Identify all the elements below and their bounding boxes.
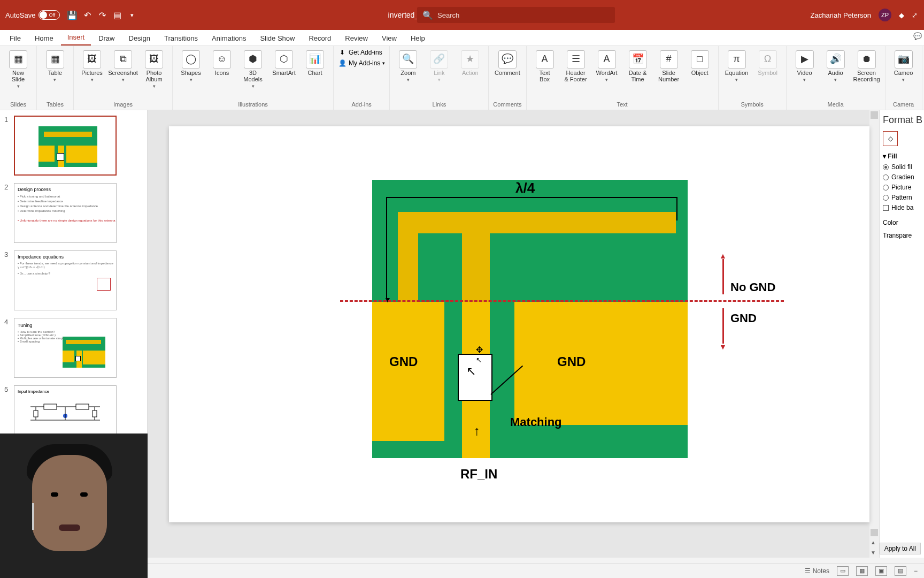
qat-more-icon[interactable]: ▾ xyxy=(127,10,137,20)
antenna-horizontal xyxy=(398,212,676,233)
slideshow-view-icon[interactable]: ▤ xyxy=(895,566,906,576)
slide-button[interactable]: #SlideNumber xyxy=(655,48,683,82)
notes-button[interactable]: ☰ Notes xyxy=(805,567,829,575)
chart-button[interactable]: 📊Chart xyxy=(301,48,329,76)
tab-file[interactable]: File xyxy=(3,31,27,45)
audio-button[interactable]: 🔊Audio▾ xyxy=(822,48,850,83)
fill-tab-icon[interactable]: ◇ xyxy=(883,131,898,146)
present-icon[interactable]: ▤ xyxy=(112,10,122,20)
tab-draw[interactable]: Draw xyxy=(92,31,121,45)
undo-icon[interactable]: ↶ xyxy=(82,10,92,20)
reading-view-icon[interactable]: ▣ xyxy=(875,566,887,576)
avatar[interactable]: ZP xyxy=(879,9,891,21)
fill-pattern[interactable]: Pattern xyxy=(883,194,921,201)
ribbon-group-tables: ▦Table▾Tables xyxy=(37,46,74,110)
fill-section-header[interactable]: ▾ Fill xyxy=(883,153,921,160)
ribbon: ▦NewSlide▾Slides▦Table▾Tables🖼Pictures▾⧉… xyxy=(0,46,924,110)
group-label: Tables xyxy=(47,100,64,109)
zoom-button[interactable]: 🔍Zoom▾ xyxy=(394,48,422,83)
fill-gradient[interactable]: Gradien xyxy=(883,173,921,181)
zoom-out-icon[interactable]: − xyxy=(914,567,918,575)
video-icon: ▶ xyxy=(796,50,814,69)
color-row[interactable]: Color xyxy=(883,219,921,226)
new-button[interactable]: ▦NewSlide▾ xyxy=(4,48,32,89)
text-button[interactable]: ATextBox xyxy=(531,48,559,82)
tab-review[interactable]: Review xyxy=(338,31,374,45)
slide-canvas[interactable]: ↖ ▼ λ/4 GND GND Matching ↑ RF xyxy=(169,126,869,522)
action-button[interactable]: ★Action xyxy=(456,48,484,76)
tab-insert[interactable]: Insert xyxy=(61,30,91,45)
user-name[interactable]: Zachariah Peterson xyxy=(811,11,871,19)
equation-button[interactable]: πEquation▾ xyxy=(723,48,751,83)
screen-icon: ⏺ xyxy=(858,50,876,69)
ribbon-group-links: 🔍Zoom▾🔗Link▾★ActionLinks xyxy=(390,46,489,110)
fill-solid[interactable]: Solid fil xyxy=(883,163,921,171)
normal-view-icon[interactable]: ▭ xyxy=(837,566,849,576)
icons-button[interactable]: ☺Icons xyxy=(208,48,236,76)
shapes-button[interactable]: ◯Shapes▾ xyxy=(177,48,205,83)
tab-design[interactable]: Design xyxy=(122,31,157,45)
slide-thumbnail-3[interactable]: 3Impedance equations• For these trends, … xyxy=(4,250,143,310)
redo-icon[interactable]: ↷ xyxy=(97,10,107,20)
apply-to-all-button[interactable]: Apply to All xyxy=(880,543,921,554)
object-button[interactable]: □Object xyxy=(686,48,714,76)
ribbon-group-camera: 📷Cameo▾Camera xyxy=(886,46,922,110)
header-button[interactable]: ☰Header& Footer xyxy=(562,48,590,82)
pcb-board: ↖ ▼ λ/4 GND GND Matching ↑ xyxy=(372,180,688,458)
tab-view[interactable]: View xyxy=(375,31,403,45)
link-icon: 🔗 xyxy=(430,50,448,69)
comment-button[interactable]: 💬Comment xyxy=(494,48,521,76)
sorter-view-icon[interactable]: ▦ xyxy=(856,566,868,576)
tab-help[interactable]: Help xyxy=(404,31,432,45)
next-slide-icon[interactable]: ▼ xyxy=(871,550,878,556)
webcam-overlay xyxy=(0,434,148,578)
search-input[interactable]: 🔍 Search xyxy=(417,7,615,23)
photo-button[interactable]: 🖼PhotoAlbum▾ xyxy=(140,48,168,89)
tab-transitions[interactable]: Transitions xyxy=(158,31,204,45)
fill-picture[interactable]: Picture xyxy=(883,184,921,191)
vertical-scrollbar[interactable]: ▲ ▼ xyxy=(869,110,879,558)
my-add-ins-button[interactable]: 👤My Add-ins ▾ xyxy=(338,59,385,67)
ribbon-tabs: File Home Insert Draw Design Transitions… xyxy=(0,30,924,46)
table-button[interactable]: ▦Table▾ xyxy=(41,48,69,83)
slide-editor[interactable]: ▲ ▼ ↖ ▼ xyxy=(148,110,879,558)
symbol-button[interactable]: ΩSymbol xyxy=(754,48,782,76)
prev-slide-icon[interactable]: ▲ xyxy=(871,539,878,545)
link-button[interactable]: 🔗Link▾ xyxy=(425,48,453,83)
comments-toggle-icon[interactable]: 💬 xyxy=(913,32,922,40)
group-label: Symbols xyxy=(741,100,763,109)
slide-thumbnail-4[interactable]: 4Tuning• How to tune the section?• Simpl… xyxy=(4,318,143,378)
group-label: Comments xyxy=(493,100,521,109)
comment-icon: 💬 xyxy=(498,50,517,69)
3d-button[interactable]: ⬢3DModels▾ xyxy=(239,48,267,89)
hide-bg[interactable]: Hide ba xyxy=(883,204,921,211)
date--button[interactable]: 📅Date &Time xyxy=(624,48,652,82)
autosave-control[interactable]: AutoSave Off xyxy=(5,10,60,20)
pictures-button[interactable]: 🖼Pictures▾ xyxy=(78,48,106,83)
search-icon: 🔍 xyxy=(422,10,433,20)
smartart-button[interactable]: ⬡SmartArt xyxy=(270,48,298,76)
tab-animations[interactable]: Animations xyxy=(205,31,252,45)
autosave-toggle[interactable]: Off xyxy=(38,10,60,20)
gnd-plane-right xyxy=(514,302,688,425)
wordart-button[interactable]: AWordArt▾ xyxy=(593,48,621,83)
screenshot-icon: ⧉ xyxy=(114,50,132,69)
save-icon[interactable]: 💾 xyxy=(67,10,77,20)
tab-slideshow[interactable]: Slide Show xyxy=(253,31,301,45)
slide-thumbnail-2[interactable]: 2Design process• Pick a tuning and balan… xyxy=(4,183,143,243)
diamond-icon[interactable]: ◆ xyxy=(899,11,904,19)
tab-home[interactable]: Home xyxy=(28,31,60,45)
screen-button[interactable]: ⏺ScreenRecording xyxy=(853,48,881,82)
transparency-row[interactable]: Transpare xyxy=(883,232,921,239)
titlebar-right: Zachariah Peterson ZP ◆ ⤢ xyxy=(811,9,918,21)
slide-thumbnail-1[interactable]: 1 xyxy=(4,116,143,176)
pictures-icon: 🖼 xyxy=(83,50,101,69)
cameo-button[interactable]: 📷Cameo▾ xyxy=(890,48,918,83)
photo-icon: 🖼 xyxy=(145,50,163,69)
tab-record[interactable]: Record xyxy=(302,31,337,45)
screenshot-button[interactable]: ⧉Screenshot▾ xyxy=(109,48,137,83)
ribbon-options-icon[interactable]: ⤢ xyxy=(912,11,918,19)
video-button[interactable]: ▶Video▾ xyxy=(791,48,819,83)
group-label: Links xyxy=(433,100,446,109)
get-add-ins-button[interactable]: ⬇Get Add-ins xyxy=(338,48,385,57)
